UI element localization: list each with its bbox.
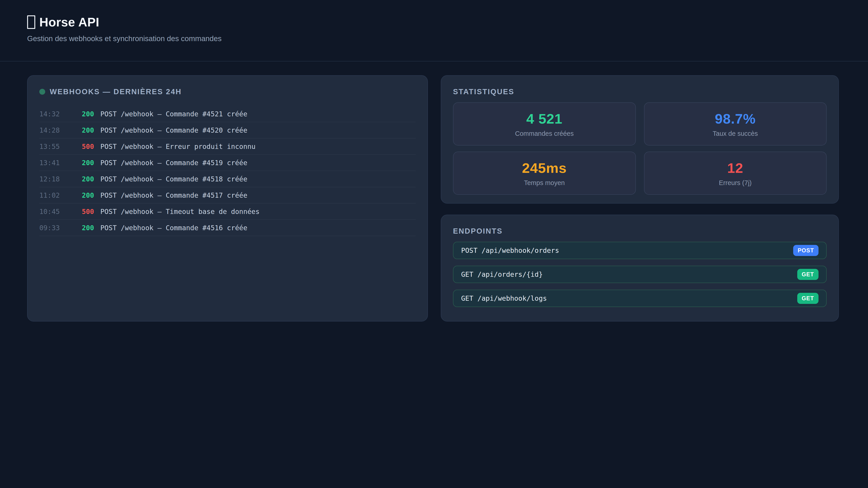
log-status-code: 500 — [82, 142, 100, 151]
stat-card-temps-moyen: 245ms Temps moyen — [453, 152, 636, 195]
log-time: 12:18 — [39, 175, 82, 183]
log-status-code: 200 — [82, 126, 100, 134]
method-badge: GET — [797, 269, 818, 280]
stat-card-erreurs: 12 Erreurs (7j) — [644, 152, 827, 195]
log-time: 14:28 — [39, 126, 82, 134]
stat-value: 98.7% — [715, 111, 756, 127]
stat-card-commandes: 4 521 Commandes créées — [453, 102, 636, 145]
webhook-log-list: 14:32 200 POST /webhook — Commande #4521… — [39, 106, 416, 236]
endpoint-path: GET /api/webhook/logs — [461, 294, 547, 302]
main-content: WEBHOOKS — DERNIÈRES 24H 14:32 200 POST … — [0, 61, 868, 322]
stat-value: 12 — [727, 160, 743, 176]
log-row: 11:02 200 POST /webhook — Commande #4517… — [39, 187, 416, 203]
log-status-code: 200 — [82, 224, 100, 232]
log-message: POST /webhook — Commande #4519 créée — [100, 159, 247, 167]
log-message: POST /webhook — Timeout base de données — [100, 207, 259, 216]
stat-label: Temps moyen — [524, 179, 565, 187]
statistics-panel-title: STATISTIQUES — [453, 88, 827, 96]
log-row: 13:55 500 POST /webhook — Erreur produit… — [39, 138, 416, 155]
log-message: POST /webhook — Commande #4518 créée — [100, 175, 247, 183]
log-message: POST /webhook — Erreur produit inconnu — [100, 142, 255, 151]
log-row: 14:32 200 POST /webhook — Commande #4521… — [39, 106, 416, 122]
statistics-panel: STATISTIQUES 4 521 Commandes créées 98.7… — [441, 75, 839, 203]
log-time: 13:41 — [39, 159, 82, 167]
log-time: 10:45 — [39, 207, 82, 216]
endpoint-path: POST /api/webhook/orders — [461, 247, 559, 254]
endpoints-panel: ENDPOINTS POST /api/webhook/orders POST … — [441, 215, 839, 322]
status-dot-icon — [39, 89, 45, 95]
stat-value: 4 521 — [526, 111, 562, 127]
stat-label: Erreurs (7j) — [719, 179, 752, 187]
webhooks-panel: WEBHOOKS — DERNIÈRES 24H 14:32 200 POST … — [27, 75, 428, 322]
page-title: Horse API — [27, 15, 868, 29]
app-header: Horse API Gestion des webhooks et synchr… — [0, 0, 868, 61]
log-time: 09:33 — [39, 224, 82, 232]
log-message: POST /webhook — Commande #4521 créée — [100, 110, 247, 118]
endpoints-panel-title: ENDPOINTS — [453, 227, 827, 235]
right-column: STATISTIQUES 4 521 Commandes créées 98.7… — [441, 75, 839, 322]
stat-value: 245ms — [522, 160, 567, 176]
log-message: POST /webhook — Commande #4516 créée — [100, 224, 247, 232]
log-row: 12:18 200 POST /webhook — Commande #4518… — [39, 171, 416, 187]
stat-label: Commandes créées — [515, 130, 574, 137]
stat-label: Taux de succès — [713, 130, 758, 137]
log-status-code: 500 — [82, 207, 100, 216]
endpoint-row-orders-id[interactable]: GET /api/orders/{id} GET — [453, 266, 827, 283]
method-badge: POST — [793, 245, 818, 256]
log-status-code: 200 — [82, 159, 100, 167]
log-row: 10:45 500 POST /webhook — Timeout base d… — [39, 203, 416, 220]
stat-card-taux-succes: 98.7% Taux de succès — [644, 102, 827, 145]
webhooks-panel-title-text: WEBHOOKS — DERNIÈRES 24H — [50, 88, 182, 96]
log-row: 09:33 200 POST /webhook — Commande #4516… — [39, 220, 416, 236]
log-status-code: 200 — [82, 191, 100, 199]
log-status-code: 200 — [82, 175, 100, 183]
endpoint-row-webhook-orders[interactable]: POST /api/webhook/orders POST — [453, 242, 827, 259]
log-time: 14:32 — [39, 110, 82, 118]
log-status-code: 200 — [82, 110, 100, 118]
log-row: 14:28 200 POST /webhook — Commande #4520… — [39, 122, 416, 138]
webhooks-panel-title: WEBHOOKS — DERNIÈRES 24H — [39, 88, 416, 96]
horse-emoji-missing-glyph-icon — [27, 15, 35, 29]
log-message: POST /webhook — Commande #4520 créée — [100, 126, 247, 134]
endpoint-path: GET /api/orders/{id} — [461, 270, 543, 278]
stats-grid: 4 521 Commandes créées 98.7% Taux de suc… — [453, 102, 827, 195]
endpoint-row-webhook-logs[interactable]: GET /api/webhook/logs GET — [453, 290, 827, 307]
method-badge: GET — [797, 293, 818, 304]
endpoint-list: POST /api/webhook/orders POST GET /api/o… — [453, 242, 827, 307]
log-time: 11:02 — [39, 191, 82, 199]
log-row: 13:41 200 POST /webhook — Commande #4519… — [39, 155, 416, 171]
log-message: POST /webhook — Commande #4517 créée — [100, 191, 247, 199]
log-time: 13:55 — [39, 142, 82, 151]
app-subtitle: Gestion des webhooks et synchronisation … — [27, 34, 868, 43]
app-title-text: Horse API — [39, 15, 99, 29]
